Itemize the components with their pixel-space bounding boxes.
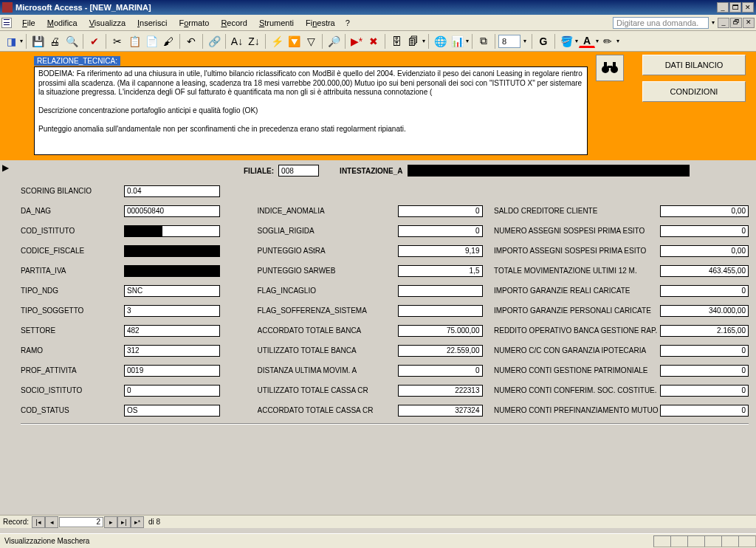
mdi-close-button[interactable]: ✕	[743, 18, 755, 28]
menu-inserisci[interactable]: Inserisci	[131, 17, 173, 29]
new-record-icon[interactable]: ▶*	[348, 33, 365, 49]
col3-field-1[interactable]	[660, 205, 749, 217]
filter-form-icon[interactable]: 🔽	[286, 33, 302, 49]
filiale-field[interactable]	[278, 165, 319, 177]
col3-field-6[interactable]	[660, 305, 749, 317]
font-size-input[interactable]	[498, 35, 520, 48]
menu-help[interactable]: ?	[341, 18, 354, 27]
font-color-icon[interactable]: A	[579, 35, 595, 48]
col1-label-0: SCORING BILANCIO	[21, 187, 124, 195]
menu-file[interactable]: File	[16, 17, 41, 29]
col3-field-3[interactable]	[660, 245, 749, 257]
fill-color-icon[interactable]: 🪣	[558, 33, 574, 49]
db-window-icon[interactable]: 🗄	[388, 33, 405, 49]
menu-finestra[interactable]: Finestra	[300, 17, 341, 29]
col2-field-11[interactable]	[398, 405, 483, 417]
paste-icon[interactable]: 📄	[143, 33, 159, 49]
col1-field-9[interactable]	[124, 365, 220, 377]
copy-icon[interactable]: 📋	[126, 33, 142, 49]
col1-field-8[interactable]	[124, 345, 220, 357]
menu-visualizza[interactable]: Visualizza	[83, 17, 131, 29]
office-links-icon[interactable]: 🌐	[432, 33, 448, 49]
col2-field-6[interactable]	[398, 305, 483, 317]
analyze-icon[interactable]: 📊	[449, 33, 465, 49]
ask-question-input[interactable]	[613, 17, 709, 29]
close-button[interactable]: ✕	[742, 2, 754, 13]
col2-field-1[interactable]	[398, 205, 483, 217]
print-preview-icon[interactable]: 🔍	[63, 33, 80, 49]
menu-bar: ☰ File Modifica Visualizza Inserisci For…	[0, 15, 756, 31]
spellcheck-icon[interactable]: ✔	[86, 33, 103, 49]
col3-field-4[interactable]	[660, 265, 749, 277]
find-icon[interactable]: 🔎	[326, 33, 342, 49]
new-record-nav-button[interactable]: ▸*	[131, 516, 144, 528]
form-control-icon[interactable]: ☰	[1, 18, 12, 28]
col2-field-3[interactable]	[398, 245, 483, 257]
condizioni-button[interactable]: CONDIZIONI	[642, 81, 746, 102]
bold-icon[interactable]: G	[535, 33, 551, 49]
col1-field-3[interactable]	[124, 245, 220, 257]
col2-field-5[interactable]	[398, 285, 483, 297]
print-icon[interactable]: 🖨	[47, 33, 63, 49]
save-icon[interactable]: 💾	[30, 33, 46, 49]
record-number-input[interactable]	[59, 517, 103, 527]
delete-record-icon[interactable]: ✖	[365, 33, 382, 49]
mdi-minimize-button[interactable]: _	[718, 18, 729, 28]
record-navigator: Record: |◂ ◂ ▸ ▸| ▸* di 8	[0, 515, 756, 528]
line-color-icon[interactable]: ✏	[599, 33, 616, 49]
ask-dropdown-icon[interactable]: ▾	[712, 19, 715, 26]
col1-field-0[interactable]	[124, 185, 220, 197]
menu-strumenti[interactable]: Strumenti	[253, 17, 300, 29]
col1-field-6[interactable]	[124, 305, 220, 317]
col1-field-5[interactable]	[124, 285, 220, 297]
cut-icon[interactable]: ✂	[109, 33, 126, 49]
col3-field-8[interactable]	[660, 345, 749, 357]
minimize-button[interactable]: _	[717, 2, 729, 13]
sort-desc-icon[interactable]: Z↓	[246, 33, 262, 49]
col1-field-4[interactable]	[124, 265, 220, 277]
menu-record[interactable]: Record	[215, 17, 252, 29]
sort-asc-icon[interactable]: A↓	[229, 33, 245, 49]
col2-field-8[interactable]	[398, 345, 483, 357]
col1-field-7[interactable]	[124, 325, 220, 337]
col2-field-7[interactable]	[398, 325, 483, 337]
dati-bilancio-button[interactable]: DATI BILANCIO	[642, 55, 746, 75]
relazione-tecnica-text[interactable]: BODEIMA: Fa riferimento ad una chiusura …	[34, 66, 588, 155]
relationships-icon[interactable]: ⧉	[475, 33, 492, 49]
mdi-restore-button[interactable]: 🗗	[730, 18, 742, 28]
filter-selection-icon[interactable]: ⚡	[269, 33, 285, 49]
col2-label-3: PUNTEGGIO AStRA	[258, 247, 398, 255]
col1-field-2[interactable]	[124, 225, 220, 237]
col3-field-11[interactable]	[660, 405, 749, 417]
col3-label-4: TOTALE MOVIMENTAZIONE ULTIMI 12 M.	[494, 267, 660, 275]
col2-field-9[interactable]	[398, 365, 483, 377]
binoculars-icon[interactable]	[596, 55, 624, 81]
prev-record-button[interactable]: ◂	[45, 516, 58, 528]
next-record-button[interactable]: ▸	[104, 516, 117, 528]
col2-field-10[interactable]	[398, 385, 483, 397]
col3-field-7[interactable]	[660, 325, 749, 337]
col1-field-10[interactable]	[124, 385, 220, 397]
view-icon[interactable]: ◨	[3, 33, 19, 49]
col2-field-2[interactable]	[398, 225, 483, 237]
col3-field-9[interactable]	[660, 365, 749, 377]
col2-label-7: ACCORDATO TOTALE BANCA	[258, 326, 398, 335]
col1-field-11[interactable]	[124, 405, 220, 417]
col1-field-1[interactable]	[124, 205, 220, 217]
new-object-icon[interactable]: 🗐	[405, 33, 422, 49]
intestazione-field[interactable]	[408, 165, 690, 177]
menu-modifica[interactable]: Modifica	[41, 17, 83, 29]
format-painter-icon[interactable]: 🖌	[160, 33, 176, 49]
col3-field-10[interactable]	[660, 385, 749, 397]
menu-formato[interactable]: Formato	[173, 17, 215, 29]
col3-field-2[interactable]	[660, 225, 749, 237]
col3-field-5[interactable]	[660, 285, 749, 297]
maximize-button[interactable]: 🗖	[729, 2, 741, 13]
col2-field-4[interactable]	[398, 265, 483, 277]
hyperlink-icon[interactable]: 🔗	[206, 33, 222, 49]
last-record-button[interactable]: ▸|	[117, 516, 131, 528]
toggle-filter-icon[interactable]: ▽	[303, 33, 319, 49]
first-record-button[interactable]: |◂	[32, 516, 45, 528]
record-selector-icon[interactable]: ▶	[2, 162, 9, 173]
undo-icon[interactable]: ↶	[183, 33, 199, 49]
